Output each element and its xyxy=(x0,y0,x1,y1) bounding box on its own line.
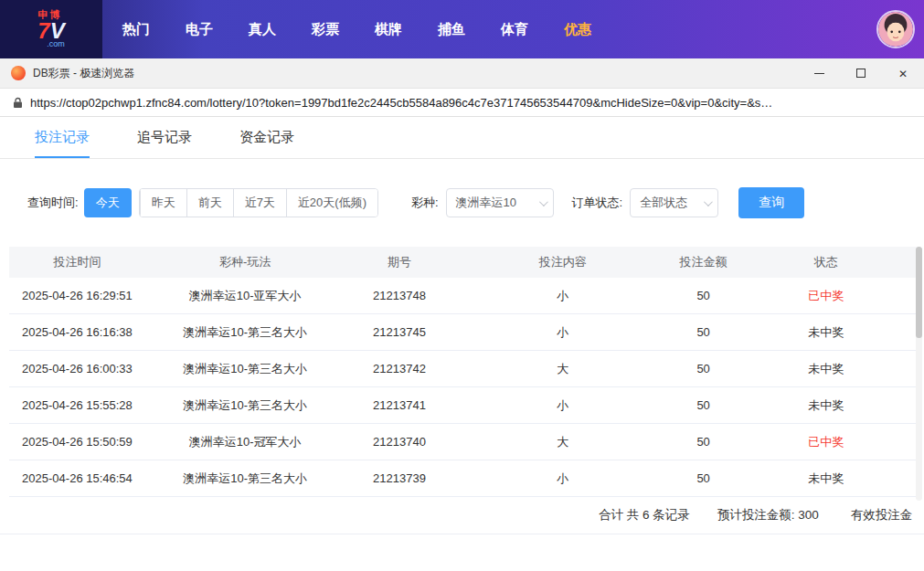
page-content: 投注记录 追号记录 资金记录 查询时间: 今天 昨天 前天 近7天 近20天(低… xyxy=(0,117,924,571)
cell-game-play: 澳洲幸运10-第三名大小 xyxy=(145,471,345,487)
nav-item[interactable]: 热门 xyxy=(115,16,157,44)
scrollbar-thumb[interactable] xyxy=(916,247,922,338)
header-bet-time: 投注时间 xyxy=(9,254,145,270)
cell-bet-time: 2025-04-26 15:55:28 xyxy=(9,398,145,412)
window-title: DB彩票 - 极速浏览器 xyxy=(33,66,134,81)
order-status-select[interactable]: 全部状态 xyxy=(630,188,718,217)
address-bar[interactable]: https://ctop02pchwp1.zfnc84.com/lottery/… xyxy=(0,89,924,117)
order-status-label: 订单状态: xyxy=(572,195,623,211)
nav-item[interactable]: 真人 xyxy=(241,16,283,44)
summary-row: 合计 共 6 条记录 预计投注金额: 300 有效投注金 xyxy=(0,497,924,534)
table-row: 2025-04-26 16:29:51 澳洲幸运10-亚军大小 21213748… xyxy=(9,278,917,314)
cell-bet-content: 大 xyxy=(454,434,672,450)
cell-issue: 21213742 xyxy=(345,362,453,375)
summary-expected-amount: 预计投注金额: 300 xyxy=(717,507,819,523)
nav-item[interactable]: 棋牌 xyxy=(367,16,409,44)
site-logo[interactable]: 申博 7V .com xyxy=(0,0,102,58)
header-bet-content: 投注内容 xyxy=(454,254,672,270)
cell-status: 已中奖 xyxy=(735,434,917,450)
cell-bet-time: 2025-04-26 15:50:59 xyxy=(9,435,145,449)
table-row: 2025-04-26 15:55:28 澳洲幸运10-第三名大小 2121374… xyxy=(9,387,917,424)
maximize-button[interactable] xyxy=(840,58,882,88)
filter-bar: 查询时间: 今天 昨天 前天 近7天 近20天(低频) 彩种: 澳洲幸运10 订… xyxy=(0,159,924,247)
table-body: 2025-04-26 16:29:51 澳洲幸运10-亚军大小 21213748… xyxy=(9,278,917,497)
lottery-filter-label: 彩种: xyxy=(411,195,439,211)
lock-icon xyxy=(13,97,23,109)
summary-total-records: 合计 共 6 条记录 xyxy=(599,507,690,523)
cell-bet-amount: 50 xyxy=(672,435,736,449)
maximize-icon xyxy=(856,69,866,78)
cell-issue: 21213748 xyxy=(345,289,453,302)
lottery-select-value: 澳洲幸运10 xyxy=(456,195,516,211)
header-game-play: 彩种-玩法 xyxy=(145,254,345,270)
header-issue: 期号 xyxy=(345,254,453,270)
cell-bet-time: 2025-04-26 16:16:38 xyxy=(9,325,145,339)
cell-bet-content: 大 xyxy=(454,361,672,377)
app-window: 申博 7V .com 热门 电子 真人 彩票 棋牌 捕鱼 体育 优惠 xyxy=(0,0,924,571)
cell-bet-amount: 50 xyxy=(672,362,736,375)
close-button[interactable] xyxy=(882,58,924,88)
nav-item[interactable]: 电子 xyxy=(178,16,220,44)
cell-bet-amount: 50 xyxy=(672,325,736,339)
search-button[interactable]: 查询 xyxy=(738,187,804,218)
nav-item[interactable]: 彩票 xyxy=(304,16,346,44)
site-logo-text: 申博 7V .com xyxy=(37,10,64,48)
tab-bet-records[interactable]: 投注记录 xyxy=(35,117,90,158)
time-filter-label: 查询时间: xyxy=(27,195,79,211)
cell-status: 未中奖 xyxy=(735,361,917,377)
chevron-down-icon xyxy=(539,197,548,206)
cell-bet-content: 小 xyxy=(454,324,672,341)
cell-bet-amount: 50 xyxy=(672,471,736,485)
table-row: 2025-04-26 15:46:54 澳洲幸运10-第三名大小 2121373… xyxy=(9,460,917,497)
time-filter-button[interactable]: 前天 xyxy=(186,189,233,217)
cell-status: 未中奖 xyxy=(735,397,917,414)
cell-status: 已中奖 xyxy=(735,288,917,304)
tab-fund-records[interactable]: 资金记录 xyxy=(239,117,294,158)
cell-game-play: 澳洲幸运10-第三名大小 xyxy=(145,324,345,341)
avatar-image xyxy=(878,12,913,47)
cell-game-play: 澳洲幸运10-冠军大小 xyxy=(145,434,345,450)
table-row: 2025-04-26 16:00:33 澳洲幸运10-第三名大小 2121374… xyxy=(9,351,917,387)
cell-status: 未中奖 xyxy=(735,471,917,487)
cell-bet-content: 小 xyxy=(454,471,672,487)
url-text: https://ctop02pchwp1.zfnc84.com/lottery/… xyxy=(30,96,772,110)
time-filter-group: 昨天 前天 近7天 近20天(低频) xyxy=(139,188,378,217)
cell-issue: 21213740 xyxy=(345,435,453,449)
tab-chase-records[interactable]: 追号记录 xyxy=(137,117,192,158)
site-nav-items: 热门 电子 真人 彩票 棋牌 捕鱼 体育 优惠 xyxy=(115,16,599,44)
time-filter-button[interactable]: 昨天 xyxy=(140,189,186,217)
cell-bet-time: 2025-04-26 16:29:51 xyxy=(9,289,145,302)
cell-issue: 21213745 xyxy=(345,325,453,339)
cell-bet-amount: 50 xyxy=(672,289,736,302)
table-row: 2025-04-26 16:16:38 澳洲幸运10-第三名大小 2121374… xyxy=(9,314,917,351)
chevron-down-icon xyxy=(704,197,713,206)
time-filter-button[interactable]: 近20天(低频) xyxy=(286,189,377,217)
user-avatar[interactable] xyxy=(876,10,915,48)
cell-bet-time: 2025-04-26 16:00:33 xyxy=(9,362,145,375)
close-icon xyxy=(898,65,908,81)
cell-bet-content: 小 xyxy=(454,288,672,304)
time-filter-today-button[interactable]: 今天 xyxy=(84,188,132,217)
table-header-row: 投注时间 彩种-玩法 期号 投注内容 投注金额 状态 xyxy=(9,247,917,278)
minimize-icon xyxy=(814,73,824,74)
table-row: 2025-04-26 15:50:59 澳洲幸运10-冠军大小 21213740… xyxy=(9,424,917,460)
nav-item[interactable]: 体育 xyxy=(494,16,536,44)
header-bet-amount: 投注金额 xyxy=(672,254,736,270)
lottery-select[interactable]: 澳洲幸运10 xyxy=(446,188,554,217)
cell-issue: 21213741 xyxy=(345,398,453,412)
record-tabs: 投注记录 追号记录 资金记录 xyxy=(0,117,924,159)
time-filter-button[interactable]: 近7天 xyxy=(233,189,286,217)
minimize-button[interactable] xyxy=(798,58,840,88)
site-top-nav: 申博 7V .com 热门 电子 真人 彩票 棋牌 捕鱼 体育 优惠 xyxy=(0,0,924,58)
browser-favicon xyxy=(11,66,26,80)
browser-title-bar: DB彩票 - 极速浏览器 xyxy=(0,58,924,89)
order-status-value: 全部状态 xyxy=(640,195,687,211)
cell-status: 未中奖 xyxy=(735,324,917,341)
bet-records-table: 投注时间 彩种-玩法 期号 投注内容 投注金额 状态 2025-04-26 16… xyxy=(9,247,917,497)
nav-item[interactable]: 捕鱼 xyxy=(430,16,473,44)
header-status: 状态 xyxy=(735,254,917,270)
cell-game-play: 澳洲幸运10-第三名大小 xyxy=(145,361,345,377)
cell-bet-content: 小 xyxy=(454,397,672,414)
scrollbar[interactable] xyxy=(916,247,922,501)
nav-item[interactable]: 优惠 xyxy=(557,16,599,44)
